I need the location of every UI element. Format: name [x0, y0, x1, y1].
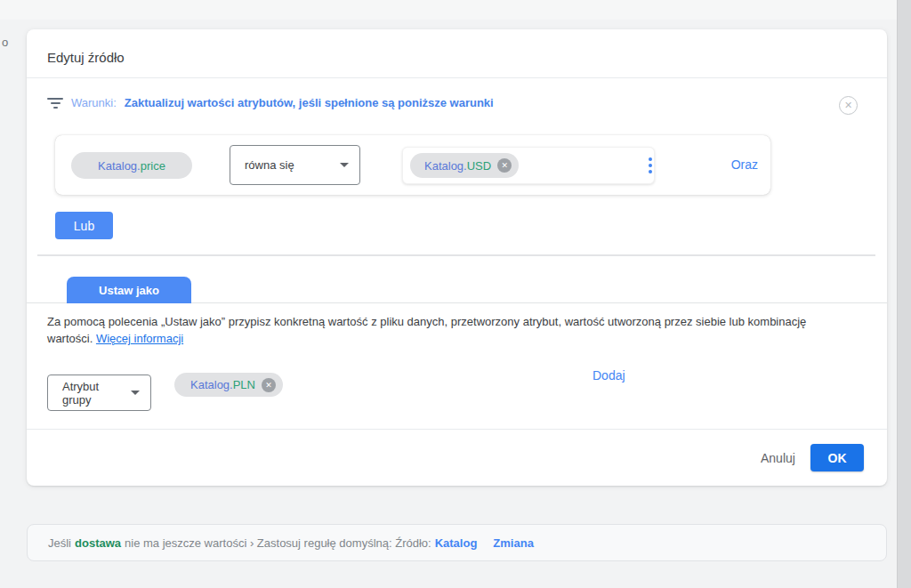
ok-button[interactable]: OK: [810, 444, 864, 471]
group-select-value: Atrybut grupy: [62, 380, 131, 407]
section-divider: [37, 254, 875, 256]
close-circle-icon: ✕: [844, 100, 852, 111]
remove-circle-icon[interactable]: ✕: [262, 378, 276, 392]
dialog-title: Edytuj źródło: [47, 50, 125, 65]
condition-value-chip[interactable]: Katalog.USD ✕: [410, 153, 519, 178]
background-truncated-text: o: [2, 36, 8, 49]
more-info-link[interactable]: Więcej informacji: [96, 332, 183, 345]
rule-middle-text: nie ma jeszcze wartości › Zastosuj reguł…: [125, 536, 431, 550]
condition-operator-select[interactable]: równa się: [230, 145, 360, 185]
scrollbar-track[interactable]: [897, 0, 911, 588]
operator-value: równa się: [245, 158, 294, 172]
remove-circle-icon[interactable]: ✕: [497, 158, 512, 173]
or-condition-button[interactable]: Lub: [55, 212, 113, 239]
conditions-label: Zaktualizuj wartości atrybutów, jeśli sp…: [125, 96, 494, 109]
edit-source-dialog: Edytuj źródło Warunki: Zaktualizuj warto…: [27, 29, 887, 486]
rule-attribute: dostawa: [75, 536, 121, 550]
set-as-description: Za pomocą polecenia „Ustaw jako” przypis…: [47, 313, 828, 347]
condition-row: Katalog.price równa się Katalog.USD ✕ Or…: [55, 135, 770, 195]
set-as-value-chip[interactable]: Katalog.PLN ✕: [174, 373, 283, 397]
chevron-down-icon: [131, 391, 140, 395]
cancel-button[interactable]: Anuluj: [752, 444, 804, 471]
and-condition-link[interactable]: Oraz: [731, 157, 758, 172]
more-vert-icon[interactable]: [642, 154, 658, 177]
attribute-group-select[interactable]: Atrybut grupy: [47, 375, 151, 411]
condition-attribute-chip[interactable]: Katalog.price: [71, 152, 192, 179]
footer-divider: [27, 429, 887, 430]
default-rule-bar: Jeśli dostawa nie ma jeszcze wartości › …: [27, 524, 887, 561]
chip-source-prefix: Katalog.: [190, 378, 233, 391]
top-strip: [0, 0, 911, 20]
tab-set-as[interactable]: Ustaw jako: [67, 277, 191, 303]
rule-source-value: Katalog: [435, 536, 478, 550]
rule-change-link[interactable]: Zmiana: [493, 536, 534, 550]
conditions-header: Warunki: Zaktualizuj wartości atrybutów,…: [47, 96, 494, 109]
filter-icon: [47, 98, 63, 109]
chip-attribute-name: PLN: [233, 378, 255, 391]
remove-conditions-button[interactable]: ✕: [839, 96, 858, 115]
conditions-label-prefix: Warunki:: [71, 96, 117, 109]
add-value-link[interactable]: Dodaj: [593, 368, 625, 383]
rule-if-label: Jeśli: [48, 536, 71, 550]
chip-attribute-name: price: [141, 159, 165, 173]
chip-attribute-name: USD: [467, 159, 491, 173]
chip-source-prefix: Katalog.: [424, 159, 467, 173]
condition-value-input[interactable]: Katalog.USD ✕: [402, 147, 655, 184]
chevron-down-icon: [340, 163, 349, 167]
title-divider: [27, 77, 887, 78]
chip-source-prefix: Katalog.: [98, 159, 141, 173]
